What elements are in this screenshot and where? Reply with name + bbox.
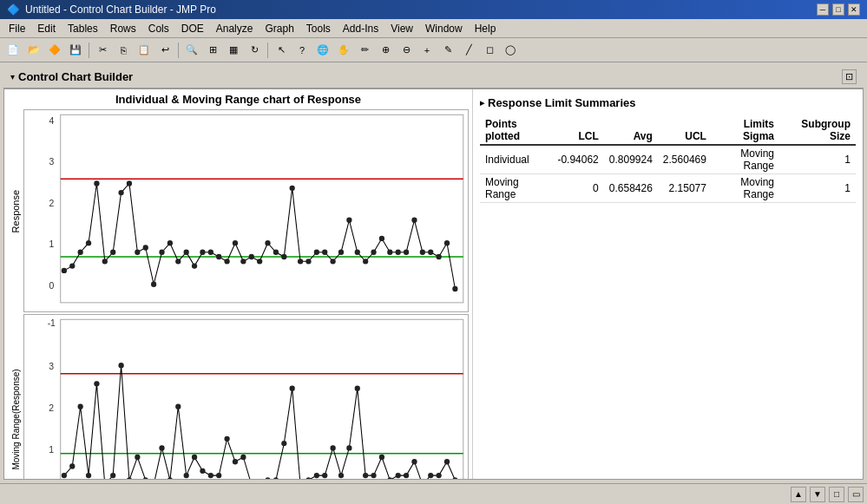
scroll-down-button[interactable]: ▼ <box>810 487 825 502</box>
svg-point-66 <box>69 464 75 469</box>
menu-graph[interactable]: Graph <box>259 21 299 36</box>
sep1 <box>89 43 89 58</box>
table-row: Moving Range 0 0.658426 2.15077 Moving R… <box>480 174 856 203</box>
select-icon[interactable]: ↖ <box>272 41 291 60</box>
svg-point-22 <box>175 259 181 264</box>
undo-button[interactable]: ↩ <box>155 41 174 60</box>
svg-point-86 <box>233 459 238 464</box>
individual-chart[interactable]: 4 3 2 1 0 <box>23 109 469 312</box>
svg-point-72 <box>118 363 123 368</box>
maximize-icon[interactable]: □ <box>829 487 844 502</box>
row1-name: Individual <box>480 145 552 174</box>
svg-point-25 <box>200 250 205 255</box>
save-button[interactable]: 💾 <box>66 41 85 60</box>
copy-button[interactable]: ⎘ <box>114 41 133 60</box>
menu-view[interactable]: View <box>385 21 418 36</box>
menu-window[interactable]: Window <box>420 21 468 36</box>
menu-addins[interactable]: Add-Ins <box>338 21 384 36</box>
new-button[interactable]: 📄 <box>3 41 23 60</box>
menu-doe[interactable]: DOE <box>176 21 209 36</box>
svg-point-46 <box>371 250 376 255</box>
pencil-icon[interactable]: ✎ <box>438 41 457 60</box>
plus-icon[interactable]: + <box>417 41 437 60</box>
help-icon[interactable]: ? <box>292 41 312 60</box>
col-subgroup-header: Subgroup Size <box>779 116 856 145</box>
restore-icon[interactable]: ▭ <box>848 487 864 502</box>
zoom-in-icon[interactable]: ⊕ <box>376 41 395 60</box>
jmp-icon[interactable]: 🔶 <box>45 41 64 60</box>
cut-button[interactable]: ✂ <box>93 41 112 60</box>
row2-subgroup: 1 <box>779 174 856 203</box>
refresh-icon[interactable]: ↻ <box>245 41 264 60</box>
individual-chart-wrapper: Response 4 3 2 1 0 <box>8 109 469 312</box>
panel-title: Control Chart Builder <box>18 70 133 83</box>
col-limits-header: Limits Sigma <box>712 116 779 145</box>
svg-point-29 <box>233 240 238 245</box>
svg-text:1: 1 <box>49 239 54 249</box>
panel-header: ▾ Control Chart Builder ⊡ <box>3 66 864 88</box>
svg-point-103 <box>371 473 376 478</box>
svg-text:0: 0 <box>49 281 54 291</box>
svg-point-14 <box>110 250 115 255</box>
col-lcl-header: LCL <box>552 116 603 145</box>
menu-rows[interactable]: Rows <box>105 21 141 36</box>
close-button[interactable]: ✕ <box>848 3 860 16</box>
menu-tables[interactable]: Tables <box>62 21 103 36</box>
zoom-out-icon[interactable]: ⊖ <box>397 41 416 60</box>
menu-analyze[interactable]: Analyze <box>211 21 259 36</box>
svg-point-42 <box>338 250 344 255</box>
menu-help[interactable]: Help <box>470 21 502 36</box>
menu-cols[interactable]: Cols <box>143 21 174 36</box>
svg-text:1: 1 <box>49 444 54 455</box>
maximize-button[interactable]: □ <box>832 3 844 16</box>
panel-toggle[interactable]: ▾ <box>10 72 15 82</box>
svg-point-39 <box>314 250 319 255</box>
oval-icon[interactable]: ◯ <box>501 41 520 60</box>
brush-icon[interactable]: ✏ <box>355 41 374 60</box>
title-bar: 🔷 Untitled - Control Chart Builder - JMP… <box>0 0 867 19</box>
grid-icon[interactable]: ⊞ <box>203 41 222 60</box>
globe-icon[interactable]: 🌐 <box>313 41 332 60</box>
table-row: Individual -0.94062 0.809924 2.560469 Mo… <box>480 145 856 174</box>
row1-ucl: 2.560469 <box>658 145 712 174</box>
window-title: Untitled - Control Chart Builder - JMP P… <box>25 3 216 16</box>
svg-text:3: 3 <box>49 362 54 372</box>
svg-point-51 <box>411 218 417 223</box>
scroll-up-button[interactable]: ▲ <box>791 487 806 502</box>
individual-y-label: Response <box>8 109 23 312</box>
svg-point-33 <box>265 240 270 245</box>
svg-point-52 <box>420 250 425 255</box>
svg-point-43 <box>346 218 351 223</box>
table-icon[interactable]: ▦ <box>224 41 243 60</box>
search-icon[interactable]: 🔍 <box>182 41 201 60</box>
svg-point-53 <box>428 250 433 255</box>
col-ucl-header: UCL <box>658 116 712 145</box>
svg-point-98 <box>330 446 335 451</box>
row2-ucl: 2.15077 <box>658 174 712 203</box>
paste-button[interactable]: 📋 <box>135 41 154 60</box>
svg-text:2: 2 <box>49 199 54 208</box>
svg-point-35 <box>281 254 286 259</box>
svg-point-83 <box>208 473 213 478</box>
svg-point-49 <box>396 250 401 255</box>
svg-point-45 <box>363 259 368 264</box>
menu-tools[interactable]: Tools <box>301 21 336 36</box>
hand-icon[interactable]: ✋ <box>334 41 353 60</box>
open-button[interactable]: 📂 <box>24 41 43 60</box>
svg-point-85 <box>224 436 229 442</box>
moving-range-chart[interactable]: -1 3 2 1 0 <box>23 314 469 480</box>
svg-point-13 <box>102 259 108 264</box>
row1-subgroup: 1 <box>779 145 856 174</box>
menu-file[interactable]: File <box>3 21 30 36</box>
menu-edit[interactable]: Edit <box>32 21 61 36</box>
svg-point-104 <box>379 455 384 460</box>
line-icon[interactable]: ╱ <box>459 41 478 60</box>
col-points-header: Points plotted <box>480 116 552 145</box>
row2-name: Moving Range <box>480 174 552 203</box>
svg-point-74 <box>135 455 140 460</box>
svg-point-21 <box>167 240 173 245</box>
panel-body: Individual & Moving Range chart of Respo… <box>3 88 864 480</box>
minimize-button[interactable]: ─ <box>817 3 829 16</box>
panel-expand-icon[interactable]: ⊡ <box>842 69 857 84</box>
shapes-icon[interactable]: ◻ <box>480 41 499 60</box>
